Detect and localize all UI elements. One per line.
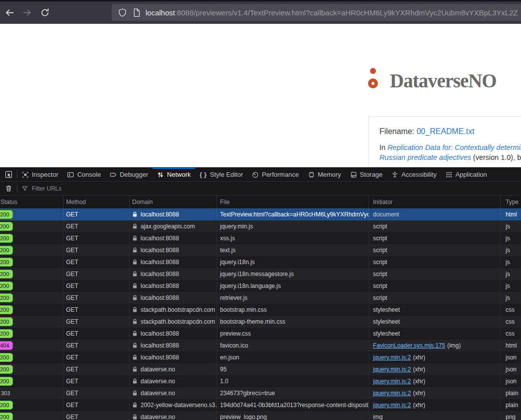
table-row[interactable]: 200 GET stackpath.bootstrapcdn.com boots… bbox=[0, 316, 521, 328]
column-header-status[interactable]: Status bbox=[0, 196, 64, 208]
column-header-type[interactable]: Type bbox=[501, 196, 521, 208]
column-header-domain[interactable]: Domain bbox=[130, 196, 217, 208]
column-header-initiator[interactable]: Initiator bbox=[369, 196, 501, 208]
status-badge: 200 bbox=[0, 281, 13, 290]
lock-icon bbox=[132, 414, 138, 420]
cell-domain: localhost:8088 bbox=[130, 256, 217, 268]
cell-domain: localhost:8088 bbox=[130, 292, 217, 304]
cell-type: js bbox=[501, 268, 521, 280]
style-editor-icon: { } bbox=[200, 171, 207, 178]
cell-file: jquery.i18n.language.js bbox=[217, 280, 369, 292]
column-header-method[interactable]: Method bbox=[64, 196, 130, 208]
cell-initiator: FaviconLoader.sys.mjs:175(img) bbox=[369, 340, 501, 351]
table-row[interactable]: 200 GET localhost:8088 jquery.i18n.js sc… bbox=[0, 256, 521, 268]
cell-status: 200 bbox=[0, 363, 64, 375]
cell-file: en.json bbox=[217, 351, 369, 363]
reload-icon[interactable] bbox=[40, 8, 50, 17]
page-icon[interactable] bbox=[132, 8, 141, 17]
tab-memory[interactable]: Memory bbox=[303, 168, 346, 181]
status-badge: 303 bbox=[0, 389, 10, 397]
status-badge: 200 bbox=[0, 353, 13, 362]
cell-method: GET bbox=[64, 209, 130, 220]
cell-file: 234673?gbrecs=true bbox=[217, 387, 369, 399]
status-badge: 200 bbox=[0, 293, 13, 302]
tab-style-editor[interactable]: { } Style Editor bbox=[195, 168, 247, 181]
filter-urls-input[interactable] bbox=[32, 185, 131, 192]
page-content: DataverseNO Filename: 00_README.txt In R… bbox=[0, 24, 521, 167]
table-row[interactable]: 200 GET stackpath.bootstrapcdn.com boots… bbox=[0, 304, 521, 316]
initiator-text: script bbox=[373, 271, 387, 278]
cell-initiator: script bbox=[369, 268, 501, 280]
initiator-text: (xhr) bbox=[413, 378, 425, 385]
cell-domain: stackpath.bootstrapcdn.com bbox=[130, 316, 217, 328]
url-text: localhost:8088/previewers/v1.4/TextPrevi… bbox=[146, 8, 518, 17]
tab-accessibility[interactable]: Accessibility bbox=[387, 168, 441, 181]
url-bar[interactable]: localhost:8088/previewers/v1.4/TextPrevi… bbox=[112, 4, 521, 21]
column-header-file[interactable]: File bbox=[217, 196, 369, 208]
cell-file: preview.css bbox=[217, 328, 369, 340]
lock-icon bbox=[132, 390, 138, 396]
table-row[interactable]: 200 GET localhost:8088 TextPreview.html?… bbox=[0, 209, 521, 220]
domain-text: localhost:8088 bbox=[141, 354, 179, 361]
preview-panel: Filename: 00_README.txt In Replication D… bbox=[369, 116, 521, 167]
cell-file: 95 bbox=[217, 363, 369, 375]
status-badge: 200 bbox=[0, 246, 13, 255]
shield-icon[interactable] bbox=[118, 8, 127, 17]
separator bbox=[17, 184, 17, 193]
cell-domain: dataverse.no bbox=[130, 363, 217, 375]
table-row[interactable]: 404 GET localhost:8088 favicon.ico Favic… bbox=[0, 340, 521, 351]
inspector-icon bbox=[22, 171, 29, 178]
dataverse-logo-icon bbox=[366, 67, 387, 94]
cell-method: GET bbox=[64, 316, 130, 328]
back-icon[interactable] bbox=[5, 8, 14, 17]
clear-requests-button[interactable] bbox=[0, 185, 17, 192]
tab-inspector[interactable]: Inspector bbox=[17, 168, 63, 181]
table-row[interactable]: 200 GET localhost:8088 retriever.js scri… bbox=[0, 292, 521, 304]
dataset-description: In Replication Data for: Contextually de… bbox=[379, 142, 521, 162]
lock-icon bbox=[132, 283, 138, 289]
table-row[interactable]: 200 GET 2002-yellow-dataverseno.s3… 194d… bbox=[0, 399, 521, 411]
tab-console[interactable]: Console bbox=[63, 168, 105, 181]
initiator-link[interactable]: FaviconLoader.sys.mjs:175 bbox=[373, 342, 445, 349]
table-row[interactable]: 200 GET localhost:8088 en.json jquery.mi… bbox=[0, 351, 521, 363]
cell-domain: localhost:8088 bbox=[130, 340, 217, 351]
table-row[interactable]: 200 GET localhost:8088 xss.js script js bbox=[0, 232, 521, 244]
tab-debugger[interactable]: Debugger bbox=[105, 168, 152, 181]
table-row[interactable]: 200 GET dataverse.no 95 jquery.min.js:2(… bbox=[0, 363, 521, 375]
initiator-link[interactable]: jquery.min.js:2 bbox=[373, 354, 411, 361]
cell-domain: stackpath.bootstrapcdn.com bbox=[130, 304, 217, 316]
table-row[interactable]: 200 GET dataverse.no preview_logo.png im… bbox=[0, 411, 521, 420]
table-row[interactable]: 200 GET localhost:8088 jquery.i18n.langu… bbox=[0, 280, 521, 292]
cell-file: text.js bbox=[217, 244, 369, 256]
trash-icon bbox=[5, 185, 12, 192]
filename-link[interactable]: 00_README.txt bbox=[417, 127, 474, 136]
table-row[interactable]: 200 GET localhost:8088 preview.css style… bbox=[0, 328, 521, 340]
lock-icon bbox=[132, 247, 138, 253]
cell-initiator: img bbox=[369, 411, 501, 420]
cell-method: GET bbox=[64, 363, 130, 375]
tab-application[interactable]: Application bbox=[441, 168, 492, 181]
initiator-link[interactable]: jquery.min.js:2 bbox=[373, 378, 411, 385]
tab-storage[interactable]: Storage bbox=[346, 168, 387, 181]
table-row[interactable]: 303 GET dataverse.no 234673?gbrecs=true … bbox=[0, 387, 521, 399]
forward-icon[interactable] bbox=[22, 8, 32, 17]
table-row[interactable]: 200 GET ajax.googleapis.com jquery.min.j… bbox=[0, 220, 521, 232]
dataset-title-link[interactable]: Replication Data for: Contextually deter… bbox=[387, 143, 521, 151]
initiator-link[interactable]: jquery.min.js:2 bbox=[373, 366, 411, 373]
table-row[interactable]: 200 GET dataverse.no 1.0 jquery.min.js:2… bbox=[0, 375, 521, 387]
network-table-header: Status Method Domain File Initiator Type bbox=[0, 196, 521, 209]
cell-domain: ajax.googleapis.com bbox=[130, 220, 217, 232]
domain-text: localhost:8088 bbox=[141, 330, 179, 337]
cell-status: 200 bbox=[0, 411, 64, 420]
table-row[interactable]: 200 GET localhost:8088 jquery.i18n.messa… bbox=[0, 268, 521, 280]
initiator-link[interactable]: jquery.min.js:2 bbox=[373, 402, 411, 409]
dataset-title-link2[interactable]: Russian predicate adjectives bbox=[379, 153, 471, 161]
node-picker-icon[interactable] bbox=[0, 168, 17, 181]
table-row[interactable]: 200 GET localhost:8088 text.js script js bbox=[0, 244, 521, 256]
tab-network[interactable]: Network bbox=[152, 168, 195, 181]
initiator-link[interactable]: jquery.min.js:2 bbox=[373, 390, 411, 397]
tab-performance[interactable]: Performance bbox=[247, 168, 303, 181]
cell-initiator: jquery.min.js:2(xhr) bbox=[369, 375, 501, 387]
domain-text: dataverse.no bbox=[141, 378, 175, 385]
status-badge: 200 bbox=[0, 222, 13, 231]
